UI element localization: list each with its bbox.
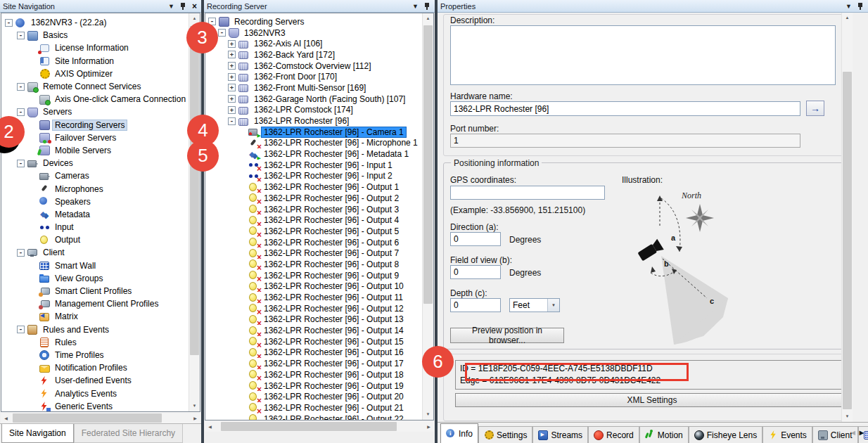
tree-item-label[interactable]: Smart Client Profiles <box>52 285 134 297</box>
expand-toggle-icon[interactable] <box>17 249 25 257</box>
scroll-up-icon[interactable]: ▲ <box>842 13 853 23</box>
tree-item-label[interactable]: 1362-LPR Rochester [96] - Output 12 <box>261 303 407 314</box>
tree-item[interactable]: Devices <box>1 157 188 169</box>
tree-item-label[interactable]: 1362-LPR Rochester [96] - Output 21 <box>261 402 407 413</box>
tree-item[interactable]: Mobile Servers <box>1 144 188 157</box>
tree-item[interactable]: AXIS Optimizer <box>1 68 188 80</box>
tree-item[interactable]: Generic Events <box>1 400 188 411</box>
tree-item[interactable]: View Groups <box>1 272 188 285</box>
description-textarea[interactable] <box>450 25 836 85</box>
tree-item[interactable]: 1362-LPR Rochester [96] - Input 1 <box>205 160 421 171</box>
tree-item[interactable]: Smart Wall <box>1 259 188 272</box>
tree-item-label[interactable]: 1362-LPR Comstock [174] <box>251 105 356 116</box>
tree-item[interactable]: 1362-LPR Rochester [96] - Output 6 <box>205 237 421 248</box>
tree-item[interactable]: 1362-LPR Comstock [174] <box>205 105 421 116</box>
tree-item[interactable]: Notification Profiles <box>1 361 188 374</box>
expand-toggle-icon[interactable] <box>5 19 13 27</box>
tree-item-label[interactable]: Speakers <box>52 196 94 207</box>
tree-item[interactable]: Microphones <box>1 182 188 195</box>
scroll-down-icon[interactable]: ▼ <box>189 401 200 411</box>
tree-item[interactable]: 1362-LPR Rochester [96] - Microphone 1 <box>205 138 421 149</box>
tree-item[interactable]: 1362NVR3 - (22.2a) <box>1 16 188 29</box>
tree-item-label[interactable]: 1362-LPR Rochester [96] - Output 6 <box>261 237 402 248</box>
tree-item[interactable]: 1362-LPR Rochester [96] - Output 2 <box>205 193 421 204</box>
properties-tab[interactable]: Motion <box>639 426 689 443</box>
tree-item[interactable]: Client <box>1 246 188 259</box>
gps-input[interactable] <box>450 186 605 200</box>
properties-tab[interactable]: Record <box>588 426 639 443</box>
tab-federated-site-hierarchy[interactable]: Federated Site Hierarchy <box>74 424 183 443</box>
tree-item[interactable]: 1362-LPR Rochester [96] - Output 21 <box>205 402 421 413</box>
tree-item-label[interactable]: 1362-LPR Rochester [96] - Output 22 <box>261 413 407 420</box>
scroll-left-icon[interactable]: ◀ <box>1 416 11 420</box>
tree-item-label[interactable]: Mobile Servers <box>52 145 114 156</box>
scroll-thumb[interactable] <box>221 422 397 431</box>
tree-item[interactable]: Basics <box>1 29 188 41</box>
tree-item-label[interactable]: Cameras <box>52 170 92 181</box>
tree-item-label[interactable]: 1362-LPR Rochester [96] - Output 18 <box>261 369 407 380</box>
site-navigation-vscrollbar[interactable]: ▲ ▼ <box>189 13 200 411</box>
close-icon[interactable]: × <box>192 2 197 11</box>
tree-item[interactable]: 1362-Garage North (Facing South) [107] <box>205 94 421 105</box>
tree-item-label[interactable]: Time Profiles <box>52 349 107 361</box>
tree-item[interactable]: 1362-LPR Rochester [96] - Output 11 <box>205 292 421 303</box>
expand-toggle-icon[interactable] <box>17 83 25 91</box>
properties-vscrollbar[interactable]: ▲ ▼ <box>841 13 853 422</box>
tree-item[interactable]: Rules <box>1 336 188 349</box>
expand-toggle-icon[interactable] <box>228 51 236 58</box>
tree-item-label[interactable]: Analytics Events <box>52 388 120 399</box>
tree-item-label[interactable]: 1362-LPR Rochester [96] - Output 1 <box>261 181 402 193</box>
tree-item-label[interactable]: 1362-LPR Rochester [96] - Output 20 <box>261 391 407 402</box>
tree-item[interactable]: Servers <box>1 105 188 118</box>
tree-item[interactable]: 1362-LPR Rochester [96] - Output 18 <box>205 369 421 380</box>
tree-item[interactable]: Cameras <box>1 169 188 182</box>
tree-item[interactable]: 1362-LPR Rochester [96] - Metadata 1 <box>205 148 421 160</box>
tree-item[interactable]: Smart Client Profiles <box>1 285 188 297</box>
tree-item-label[interactable]: License Information <box>52 42 132 53</box>
tree-item-label[interactable]: Failover Servers <box>52 132 119 143</box>
tree-item[interactable]: 1362-LPR Rochester [96] - Output 12 <box>205 303 421 314</box>
scroll-thumb[interactable] <box>13 413 162 423</box>
tree-item[interactable]: 1362-Axis AI [106] <box>205 38 421 49</box>
tree-item-label[interactable]: 1362-LPR Rochester [96] - Metadata 1 <box>261 148 411 160</box>
tree-item-label[interactable]: Rules and Events <box>40 324 112 335</box>
tree-item-label[interactable]: 1362-LPR Rochester [96] - Output 4 <box>261 214 402 226</box>
tree-item-label[interactable]: 1362-Back Yard [172] <box>251 49 338 60</box>
scroll-thumb[interactable] <box>843 72 852 409</box>
expand-toggle-icon[interactable] <box>17 326 25 333</box>
tree-item-label[interactable]: 1362-Garage North (Facing South) [107] <box>251 94 408 105</box>
tree-item-label[interactable]: Management Client Profiles <box>52 298 161 309</box>
pin-icon[interactable] <box>857 2 864 11</box>
pin-icon[interactable] <box>424 2 430 11</box>
tree-item[interactable]: Time Profiles <box>1 349 188 361</box>
expand-toggle-icon[interactable] <box>218 29 226 37</box>
site-navigation-hscrollbar[interactable]: ◀ ▶ <box>1 412 200 423</box>
expand-toggle-icon[interactable] <box>228 117 236 125</box>
tree-item-label[interactable]: 1362-LPR Rochester [96] - Output 8 <box>261 259 402 270</box>
tree-item-label[interactable]: Input <box>52 222 77 233</box>
tree-item[interactable]: 1362-LPR Rochester [96] - Output 22 <box>205 413 421 420</box>
tree-item[interactable]: Metadata <box>1 208 188 221</box>
chevron-down-icon[interactable]: ▼ <box>547 299 559 312</box>
tree-item-label[interactable]: Client <box>40 247 68 258</box>
tree-item-label[interactable]: Generic Events <box>52 401 115 411</box>
tree-item-label[interactable]: 1362-LPR Rochester [96] - Output 13 <box>261 314 407 326</box>
preview-position-button[interactable]: Preview position in browser... <box>450 328 564 343</box>
tree-item[interactable]: 1362-LPR Rochester [96] - Output 4 <box>205 214 421 226</box>
tree-item-label[interactable]: 1362-LPR Rochester [96] - Output 5 <box>261 226 402 237</box>
tree-item[interactable]: 1362-LPR Rochester [96] - Output 19 <box>205 380 421 392</box>
expand-toggle-icon[interactable] <box>228 73 236 81</box>
expand-toggle-icon[interactable] <box>228 62 236 70</box>
tree-item-label[interactable]: 1362-LPR Rochester [96] - Output 7 <box>261 248 402 259</box>
tree-item[interactable]: 1362-LPR Rochester [96] - Output 15 <box>205 336 421 347</box>
scroll-up-icon[interactable]: ▲ <box>423 13 433 24</box>
tree-item-label[interactable]: Notification Profiles <box>52 362 130 373</box>
depth-unit-select[interactable]: Feet ▼ <box>509 298 560 312</box>
tree-item-label[interactable]: Site Information <box>52 56 117 67</box>
tab-scroll-left-icon[interactable]: ◀ <box>851 430 855 437</box>
tree-item[interactable]: Speakers <box>1 195 188 208</box>
tree-item-label[interactable]: Axis One-click Camera Connection <box>52 94 188 105</box>
tree-item-label[interactable]: 1362-Front Multi-Sensor [169] <box>251 82 369 94</box>
tree-item-label[interactable]: 1362-Comstock Overview [112] <box>251 60 374 72</box>
tree-item[interactable]: 1362-LPR Rochester [96] <box>205 115 421 127</box>
